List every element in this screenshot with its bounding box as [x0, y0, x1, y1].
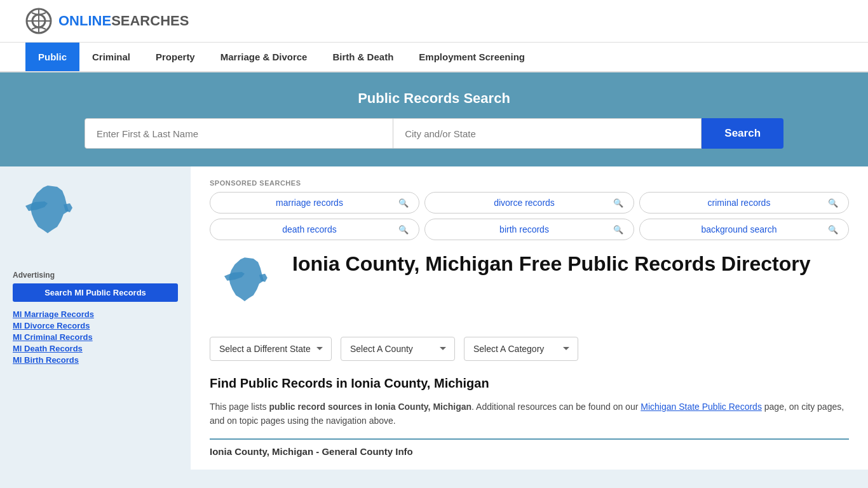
michigan-map-svg	[13, 179, 83, 255]
nav-item-birth[interactable]: Birth & Death	[320, 43, 406, 71]
search-icon-birth: 🔍	[613, 225, 623, 234]
michigan-records-link[interactable]: Michigan State Public Records	[641, 402, 762, 412]
sidebar-ad-button[interactable]: Search MI Public Records	[13, 283, 178, 302]
category-dropdown[interactable]: Select A Category	[464, 337, 578, 361]
logo-text: ONLINESEARCHES	[58, 13, 189, 29]
pill-criminal[interactable]: criminal records 🔍	[639, 192, 849, 214]
pill-birth[interactable]: birth records 🔍	[424, 219, 634, 240]
pill-divorce[interactable]: divorce records 🔍	[424, 192, 634, 214]
search-icon-marriage: 🔍	[398, 198, 409, 208]
sidebar-link-death[interactable]: MI Death Records	[13, 344, 178, 353]
pill-background[interactable]: background search 🔍	[639, 219, 849, 240]
name-search-input[interactable]	[85, 118, 393, 149]
general-info-bar: Ionia County, Michigan - General County …	[210, 438, 849, 457]
nav-item-marriage[interactable]: Marriage & Divorce	[208, 43, 320, 71]
state-dropdown[interactable]: Select a Different State	[210, 337, 332, 361]
filter-dropdowns: Select a Different State Select A County…	[210, 337, 849, 361]
site-header: ONLINESEARCHES	[0, 0, 868, 43]
find-records-description: This page lists public record sources in…	[210, 400, 849, 428]
page-title: Ionia County, Michigan Free Public Recor…	[292, 252, 811, 276]
nav-item-employment[interactable]: Employment Screening	[406, 43, 538, 71]
sidebar-advertising-label: Advertising	[13, 271, 178, 280]
sponsored-pills: marriage records 🔍 divorce records 🔍 cri…	[210, 192, 849, 240]
sidebar-link-birth[interactable]: MI Birth Records	[13, 355, 178, 365]
nav-item-public[interactable]: Public	[25, 43, 79, 71]
location-search-input[interactable]	[393, 118, 702, 149]
michigan-map	[13, 179, 178, 258]
main-layout: Advertising Search MI Public Records MI …	[0, 166, 868, 470]
page-title-section: Ionia County, Michigan Free Public Recor…	[210, 252, 849, 322]
sidebar-link-divorce[interactable]: MI Divorce Records	[13, 321, 178, 330]
search-icon-divorce: 🔍	[613, 198, 623, 208]
search-icon-death: 🔍	[398, 225, 409, 234]
main-nav: Public Criminal Property Marriage & Divo…	[0, 43, 868, 72]
search-button[interactable]: Search	[702, 118, 783, 149]
logo-icon	[25, 8, 52, 34]
sponsored-label: SPONSORED SEARCHES	[210, 179, 849, 187]
nav-item-property[interactable]: Property	[143, 43, 208, 71]
nav-item-criminal[interactable]: Criminal	[79, 43, 143, 71]
hero-section: Public Records Search Search	[0, 72, 868, 166]
pill-marriage[interactable]: marriage records 🔍	[210, 192, 419, 214]
main-content: SPONSORED SEARCHES marriage records 🔍 di…	[191, 166, 868, 470]
sidebar-links: MI Marriage Records MI Divorce Records M…	[13, 309, 178, 365]
page-michigan-map	[210, 252, 280, 322]
sidebar: Advertising Search MI Public Records MI …	[0, 166, 191, 470]
search-bar: Search	[85, 118, 783, 149]
search-icon-background: 🔍	[828, 225, 838, 234]
logo[interactable]: ONLINESEARCHES	[25, 8, 189, 34]
sidebar-link-marriage[interactable]: MI Marriage Records	[13, 309, 178, 319]
search-icon-criminal: 🔍	[828, 198, 838, 208]
county-dropdown[interactable]: Select A County	[341, 337, 455, 361]
hero-title: Public Records Search	[25, 90, 843, 107]
sidebar-link-criminal[interactable]: MI Criminal Records	[13, 332, 178, 342]
find-records-title: Find Public Records in Ionia County, Mic…	[210, 376, 849, 391]
pill-death[interactable]: death records 🔍	[210, 219, 419, 240]
